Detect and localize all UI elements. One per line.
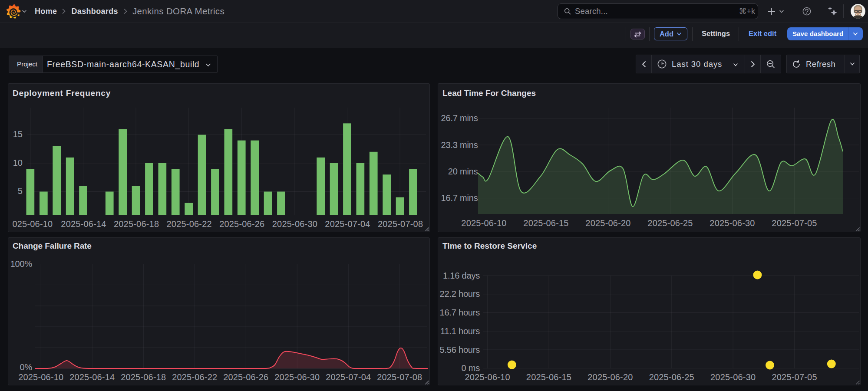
svg-text:2025-06-25: 2025-06-25 (647, 218, 693, 228)
svg-text:1.16 days: 1.16 days (443, 270, 480, 280)
svg-text:2025-06-14: 2025-06-14 (61, 219, 106, 229)
svg-text:15: 15 (13, 129, 23, 139)
svg-text:2025-06-25: 2025-06-25 (649, 372, 694, 382)
svg-text:025-06-10: 025-06-10 (12, 219, 53, 229)
svg-text:11.1 hours: 11.1 hours (440, 326, 480, 335)
svg-text:2025-07-04: 2025-07-04 (325, 219, 370, 229)
svg-text:2025-06-30: 2025-06-30 (272, 219, 317, 229)
svg-text:2025-06-10: 2025-06-10 (18, 372, 63, 381)
svg-text:23.3 mins: 23.3 mins (441, 140, 478, 150)
svg-text:2025-06-22: 2025-06-22 (172, 372, 217, 381)
svg-text:2025-06-20: 2025-06-20 (587, 372, 633, 382)
svg-text:10: 10 (13, 158, 23, 168)
svg-text:22.2 hours: 22.2 hours (439, 289, 480, 299)
svg-text:2025-06-26: 2025-06-26 (223, 372, 268, 381)
svg-text:2025-07-08: 2025-07-08 (378, 219, 423, 229)
svg-text:2025-06-18: 2025-06-18 (121, 372, 166, 381)
svg-text:16.7 mins: 16.7 mins (441, 193, 478, 203)
svg-text:26.7 mins: 26.7 mins (441, 113, 478, 123)
svg-text:2025-06-10: 2025-06-10 (465, 372, 510, 382)
svg-text:2025-07-05: 2025-07-05 (772, 372, 817, 382)
svg-text:5: 5 (18, 186, 23, 196)
svg-text:2025-06-10: 2025-06-10 (461, 218, 506, 228)
svg-text:2025-07-05: 2025-07-05 (772, 218, 817, 228)
svg-text:16.7 hours: 16.7 hours (439, 308, 480, 317)
svg-text:2025-06-26: 2025-06-26 (219, 219, 264, 229)
svg-text:2025-06-30: 2025-06-30 (710, 372, 756, 382)
svg-text:0%: 0% (20, 362, 32, 372)
svg-text:2025-06-30: 2025-06-30 (710, 218, 755, 228)
svg-text:2025-06-22: 2025-06-22 (167, 219, 212, 229)
svg-text:2025-06-15: 2025-06-15 (523, 218, 568, 228)
svg-text:2025-06-20: 2025-06-20 (585, 218, 630, 228)
svg-text:2025-07-04: 2025-07-04 (326, 372, 371, 381)
svg-text:100%: 100% (10, 259, 33, 269)
svg-text:2025-06-14: 2025-06-14 (69, 372, 115, 381)
svg-text:5.56 hours: 5.56 hours (439, 345, 480, 354)
svg-text:2025-06-18: 2025-06-18 (114, 219, 159, 229)
svg-text:20 mins: 20 mins (448, 167, 478, 176)
svg-text:2025-06-30: 2025-06-30 (274, 372, 320, 381)
svg-text:2025-06-15: 2025-06-15 (526, 372, 571, 382)
svg-text:0 ms: 0 ms (461, 363, 480, 373)
svg-text:2025-07-08: 2025-07-08 (377, 372, 422, 381)
